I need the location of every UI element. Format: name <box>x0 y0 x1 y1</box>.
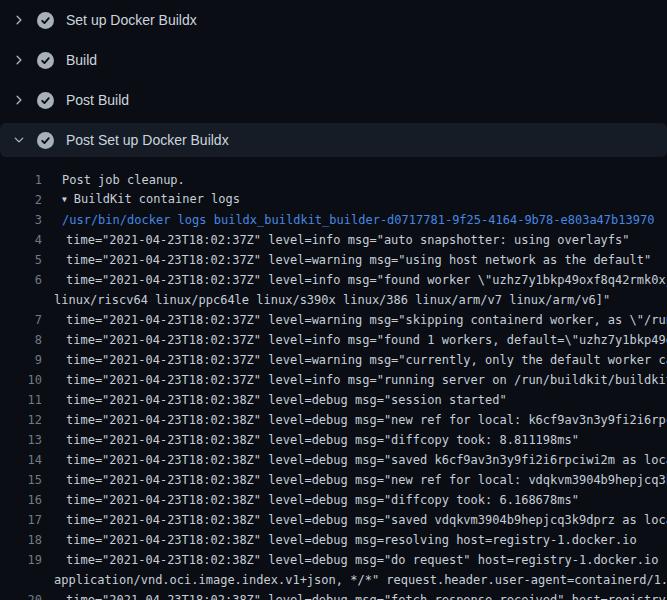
log-line-text: time="2021-04-23T18:02:38Z" level=debug … <box>66 470 667 490</box>
log-row: 20 time="2021-04-23T18:02:38Z" level=deb… <box>0 590 667 600</box>
log-line-number[interactable]: 11 <box>0 390 42 410</box>
log-line-number[interactable]: 6 <box>0 270 42 290</box>
log-line-text: time="2021-04-23T18:02:38Z" level=debug … <box>66 490 579 510</box>
log-line-text: time="2021-04-23T18:02:38Z" level=debug … <box>66 510 667 530</box>
log-group-label: BuildKit container logs <box>74 192 240 206</box>
log-line-text: time="2021-04-23T18:02:37Z" level=info m… <box>66 270 667 290</box>
log-row: 7 time="2021-04-23T18:02:37Z" level=warn… <box>0 310 667 330</box>
log-line-number[interactable]: 10 <box>0 370 42 390</box>
group-toggle-triangle-icon: ▼ <box>62 190 67 210</box>
log-line-text: time="2021-04-23T18:02:38Z" level=debug … <box>66 450 667 470</box>
log-line-text: time="2021-04-23T18:02:37Z" level=warnin… <box>66 310 667 330</box>
log-row[interactable]: 2 ▼BuildKit container logs <box>0 190 667 210</box>
log-area: 1 Post job cleanup. 2 ▼BuildKit containe… <box>0 160 667 600</box>
check-circle-icon <box>37 132 54 149</box>
log-row: 1 Post job cleanup. <box>0 170 667 190</box>
log-line-number[interactable]: 15 <box>0 470 42 490</box>
step-row-2[interactable]: Post Build <box>0 80 667 120</box>
step-label: Build <box>66 52 97 68</box>
log-line-text: time="2021-04-23T18:02:37Z" level=info m… <box>66 330 667 350</box>
log-line-number[interactable]: 19 <box>0 550 42 570</box>
log-line-number[interactable]: 1 <box>0 170 42 190</box>
step-label: Set up Docker Buildx <box>66 12 197 28</box>
log-row: 6 time="2021-04-23T18:02:37Z" level=info… <box>0 270 667 290</box>
log-row: 19 time="2021-04-23T18:02:38Z" level=deb… <box>0 550 667 570</box>
log-row: 3 /usr/bin/docker logs buildx_buildkit_b… <box>0 210 667 230</box>
log-line-number[interactable]: 18 <box>0 530 42 550</box>
log-row: 16 time="2021-04-23T18:02:38Z" level=deb… <box>0 490 667 510</box>
log-line-number[interactable]: 7 <box>0 310 42 330</box>
log-row: 9 time="2021-04-23T18:02:37Z" level=warn… <box>0 350 667 370</box>
chevron-right-icon <box>13 94 32 106</box>
log-row: 14 time="2021-04-23T18:02:38Z" level=deb… <box>0 450 667 470</box>
log-line-number[interactable]: 12 <box>0 410 42 430</box>
check-circle-icon <box>37 92 54 109</box>
log-line-text: linux/riscv64 linux/ppc64le linux/s390x … <box>54 290 610 310</box>
log-line-number[interactable]: 8 <box>0 330 42 350</box>
chevron-right-icon <box>13 54 32 66</box>
log-row: 18 time="2021-04-23T18:02:38Z" level=deb… <box>0 530 667 550</box>
check-circle-icon <box>37 52 54 69</box>
log-line-number[interactable]: 17 <box>0 510 42 530</box>
log-row: application/vnd.oci.image.index.v1+json,… <box>0 570 667 590</box>
log-line-number[interactable]: 20 <box>0 590 42 600</box>
log-row: 8 time="2021-04-23T18:02:37Z" level=info… <box>0 330 667 350</box>
log-line-text: time="2021-04-23T18:02:38Z" level=debug … <box>66 390 507 410</box>
chevron-right-icon <box>13 14 32 26</box>
log-line-text: time="2021-04-23T18:02:38Z" level=debug … <box>66 550 667 570</box>
log-line-text: application/vnd.oci.image.index.v1+json,… <box>54 570 667 590</box>
step-list: Set up Docker Buildx Build Post Build Po… <box>0 0 667 157</box>
log-row: 13 time="2021-04-23T18:02:38Z" level=deb… <box>0 430 667 450</box>
log-line-number[interactable]: 9 <box>0 350 42 370</box>
log-row: 5 time="2021-04-23T18:02:37Z" level=warn… <box>0 250 667 270</box>
log-line-number[interactable]: 2 <box>0 190 42 210</box>
log-row: 12 time="2021-04-23T18:02:38Z" level=deb… <box>0 410 667 430</box>
chevron-down-icon <box>13 134 32 146</box>
log-line-text: time="2021-04-23T18:02:37Z" level=info m… <box>66 370 667 390</box>
log-line-text: Post job cleanup. <box>62 170 185 190</box>
log-line-number[interactable]: 14 <box>0 450 42 470</box>
log-row: linux/riscv64 linux/ppc64le linux/s390x … <box>0 290 667 310</box>
log-line-text: time="2021-04-23T18:02:37Z" level=info m… <box>66 230 630 250</box>
log-line-text: time="2021-04-23T18:02:38Z" level=debug … <box>66 590 667 600</box>
log-line-text: time="2021-04-23T18:02:37Z" level=warnin… <box>66 250 651 270</box>
log-line-text: time="2021-04-23T18:02:38Z" level=debug … <box>66 530 637 550</box>
log-line-number[interactable]: 13 <box>0 430 42 450</box>
log-row: 15 time="2021-04-23T18:02:38Z" level=deb… <box>0 470 667 490</box>
log-row: 4 time="2021-04-23T18:02:37Z" level=info… <box>0 230 667 250</box>
log-line-number[interactable]: 3 <box>0 210 42 230</box>
step-label: Post Set up Docker Buildx <box>66 132 229 148</box>
log-line-number[interactable]: 4 <box>0 230 42 250</box>
log-line-number[interactable]: 16 <box>0 490 42 510</box>
log-line-text: /usr/bin/docker logs buildx_buildkit_bui… <box>62 210 654 230</box>
step-row-3[interactable]: Post Set up Docker Buildx <box>0 123 667 157</box>
check-circle-icon <box>37 12 54 29</box>
actions-log-viewer: Set up Docker Buildx Build Post Build Po… <box>0 0 667 600</box>
log-row: 10 time="2021-04-23T18:02:37Z" level=inf… <box>0 370 667 390</box>
log-line-text: time="2021-04-23T18:02:38Z" level=debug … <box>66 410 667 430</box>
log-row: 11 time="2021-04-23T18:02:38Z" level=deb… <box>0 390 667 410</box>
step-row-0[interactable]: Set up Docker Buildx <box>0 0 667 40</box>
step-label: Post Build <box>66 92 129 108</box>
log-line-text: time="2021-04-23T18:02:38Z" level=debug … <box>66 430 579 450</box>
log-line-text: ▼BuildKit container logs <box>62 190 240 210</box>
log-line-text: time="2021-04-23T18:02:37Z" level=warnin… <box>66 350 667 370</box>
log-row: 17 time="2021-04-23T18:02:38Z" level=deb… <box>0 510 667 530</box>
log-line-number[interactable]: 5 <box>0 250 42 270</box>
step-row-1[interactable]: Build <box>0 40 667 80</box>
